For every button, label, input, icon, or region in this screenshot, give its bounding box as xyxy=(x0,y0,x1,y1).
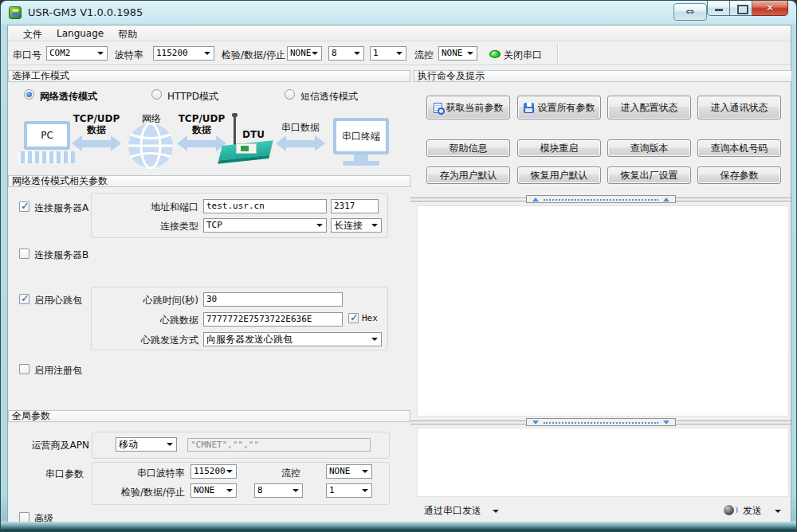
help-info-button[interactable]: 帮助信息 xyxy=(426,139,510,157)
enter-comm-mode-button[interactable]: 进入通讯状态 xyxy=(697,96,781,119)
global-params-header: 全局参数 xyxy=(8,410,410,422)
conn-mode-select[interactable]: 长连接 xyxy=(331,218,382,233)
heartbeat-data-label: 心跳数据 xyxy=(91,314,198,327)
collapse-down-icon xyxy=(663,421,669,424)
restore-user-default-button[interactable]: 恢复用户默认 xyxy=(517,166,601,184)
serial-stopbits-select[interactable]: 1 xyxy=(326,483,372,498)
dtu-chip-icon xyxy=(241,146,249,151)
log-splitter-bottom xyxy=(410,418,792,427)
hex-label[interactable]: Hex xyxy=(362,313,378,323)
radio-sms-label[interactable]: 短信透传模式 xyxy=(300,90,358,104)
maximize-button[interactable] xyxy=(730,1,752,16)
baud-label: 波特率 xyxy=(115,49,143,62)
serial-parity-select[interactable]: NONE xyxy=(190,483,237,498)
serial-flow-label: 流控 xyxy=(247,467,300,480)
send-via-serial-dropdown[interactable]: 通过串口发送 xyxy=(424,504,481,518)
doc-search-icon xyxy=(434,103,442,113)
dtu-label: DTU xyxy=(242,129,265,140)
heartbeat-mode-select[interactable]: 向服务器发送心跳包 xyxy=(203,332,382,346)
server-a-label[interactable]: 连接服务器A xyxy=(34,201,88,215)
link2-label-line1: TCP/UDP xyxy=(177,113,226,124)
serial-flow-select[interactable]: NONE xyxy=(326,464,372,479)
register-label[interactable]: 启用注册包 xyxy=(34,364,82,377)
query-local-number-button[interactable]: 查询本机号码 xyxy=(697,139,781,157)
query-version-button[interactable]: 查询版本 xyxy=(607,139,691,157)
close-port-button[interactable]: 关闭串口 xyxy=(504,49,542,62)
menu-file[interactable]: 文件 xyxy=(16,25,49,41)
save-user-default-button[interactable]: 存为用户默认 xyxy=(426,166,510,184)
stopbits-select[interactable]: 1 xyxy=(370,46,406,61)
radio-httpd-mode[interactable] xyxy=(151,89,162,100)
server-b-checkbox[interactable] xyxy=(19,248,29,259)
chevron-down-icon[interactable] xyxy=(493,510,499,513)
hex-checkbox[interactable] xyxy=(348,313,359,323)
server-a-address-input[interactable]: test.usr.cn xyxy=(203,199,327,213)
window-controls xyxy=(707,1,788,16)
menu-help[interactable]: 帮助 xyxy=(111,25,144,41)
link3-arrow-icon xyxy=(276,135,325,151)
radio-sms-mode[interactable] xyxy=(285,89,295,100)
pc-icon: PC xyxy=(24,121,70,150)
serial-terminal-icon: 串口终端 xyxy=(333,118,389,155)
server-b-label[interactable]: 连接服务器B xyxy=(34,248,88,262)
apn-value-field: "CMNET","","" xyxy=(187,438,371,452)
send-sound-icon xyxy=(724,505,734,515)
radio-httpd-label[interactable]: HTTPD模式 xyxy=(167,90,218,104)
heartbeat-time-input[interactable]: 30 xyxy=(203,292,343,307)
carrier-apn-label: 运营商及APN xyxy=(16,439,89,452)
server-a-checkbox[interactable] xyxy=(19,201,29,212)
conn-type-select[interactable]: TCP xyxy=(203,218,327,233)
collapse-up-icon xyxy=(532,198,539,201)
close-button[interactable] xyxy=(752,1,788,16)
send-input-area[interactable] xyxy=(417,428,789,497)
serial-databits-select[interactable]: 8 xyxy=(254,483,303,498)
addr-port-label: 地址和端口 xyxy=(91,201,198,214)
chevron-down-icon[interactable] xyxy=(775,510,781,513)
server-a-port-input[interactable]: 2317 xyxy=(331,199,379,213)
get-current-params-button[interactable]: 获取当前参数 xyxy=(426,96,510,119)
carrier-select[interactable]: 移动 xyxy=(116,437,177,452)
flip-arrow-button[interactable]: ⇔ xyxy=(673,3,707,21)
response-log-area[interactable] xyxy=(417,205,789,417)
floppy-disk-icon xyxy=(524,103,534,113)
splitter-grip[interactable] xyxy=(526,418,676,426)
register-checkbox[interactable] xyxy=(19,364,29,374)
menu-language[interactable]: Language xyxy=(49,25,111,41)
set-all-params-button[interactable]: 设置所有参数 xyxy=(517,96,601,119)
dtu-antenna-icon xyxy=(234,116,236,147)
link1-label-line1: TCP/UDP xyxy=(72,113,121,124)
serial-pds-label: 检验/数据/停止 xyxy=(91,486,185,499)
command-panel-header: 执行命令及提示 xyxy=(414,70,792,82)
title-bar: USR-GM3 V1.0.0.1985 ⇔ xyxy=(1,1,796,25)
window-title: USR-GM3 V1.0.0.1985 xyxy=(28,6,143,18)
send-button[interactable]: 发送 xyxy=(743,504,762,518)
heartbeat-checkbox[interactable] xyxy=(19,294,29,304)
databits-select[interactable]: 8 xyxy=(328,46,364,61)
serial-baud-select[interactable]: 115200 xyxy=(190,464,237,479)
heartbeat-data-input[interactable]: 7777772E7573722E636E xyxy=(203,312,343,327)
enter-config-mode-button[interactable]: 进入配置状态 xyxy=(607,96,691,119)
log-splitter-top xyxy=(410,195,792,204)
flow-label: 流控 xyxy=(414,49,434,62)
flow-select[interactable]: NONE xyxy=(438,46,477,61)
radio-net-transparent-mode[interactable] xyxy=(24,89,34,100)
baud-select[interactable]: 115200 xyxy=(153,46,214,61)
minimize-button[interactable] xyxy=(707,1,730,16)
link1-arrow-icon xyxy=(72,135,121,151)
collapse-down-icon xyxy=(532,421,539,424)
network-globe-icon xyxy=(128,123,174,169)
port-select[interactable]: COM2 xyxy=(46,46,108,61)
radio-net-transparent-label[interactable]: 网络透传模式 xyxy=(40,90,97,104)
parity-select[interactable]: NONE xyxy=(287,46,322,61)
heartbeat-label[interactable]: 启用心跳包 xyxy=(34,294,82,307)
heartbeat-mode-label: 心跳发送方式 xyxy=(91,334,198,347)
serial-baud-label: 串口波特率 xyxy=(91,467,185,480)
save-params-button[interactable]: 保存参数 xyxy=(697,166,781,184)
app-icon xyxy=(9,6,22,19)
restore-factory-button[interactable]: 恢复出厂设置 xyxy=(607,166,691,184)
parity-data-stop-label: 检验/数据/停止 xyxy=(222,49,285,62)
app-window: USR-GM3 V1.0.0.1985 ⇔ 文件 Language 帮助 串口号… xyxy=(0,0,797,532)
link2-arrow-icon xyxy=(177,135,226,151)
splitter-grip[interactable] xyxy=(526,195,676,203)
module-restart-button[interactable]: 模块重启 xyxy=(517,139,601,157)
